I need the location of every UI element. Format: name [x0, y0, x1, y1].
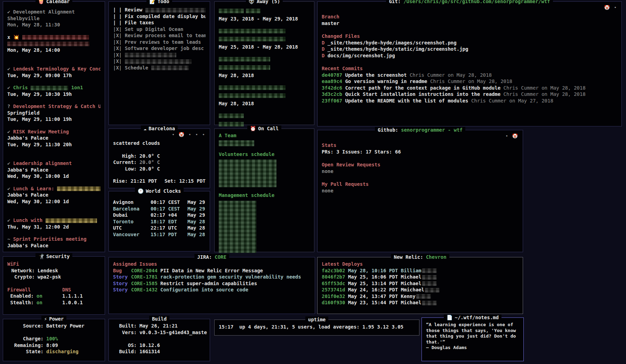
- calendar-event-line: Tue, May 29, 11:30 20h: [7, 141, 101, 148]
- issue-type: Story: [113, 287, 131, 293]
- jira-issue-row[interactable]: BugCORE-2044PII Data in New Relic Error …: [113, 267, 311, 274]
- clock-row: UTC22:17 UTCMay 28: [113, 225, 206, 231]
- deploy-row[interactable]: 201f0e32 May 24, 13:47 PDT Kenny: [322, 293, 519, 300]
- deploy-hash: 65ff53dc: [322, 281, 348, 286]
- sunset: Set: 12:15 PDT: [164, 178, 206, 184]
- todo-title: Todo: [158, 0, 169, 4]
- redacted-text: [416, 294, 431, 299]
- on-call-sections: A TeamVolunteers scheduleManagement sche…: [219, 132, 310, 253]
- on-call-heading: A Team: [219, 132, 310, 139]
- panel-on-call[interactable]: ⏰On Call A TeamVolunteers scheduleManage…: [214, 129, 314, 252]
- todo-item[interactable]: |X| Set up Digital Ocean: [113, 26, 206, 33]
- popcorn-icon: 🍿: [38, 0, 44, 4]
- label-value-row: Enabled:on: [7, 293, 62, 299]
- github-section-heading: My Pull Requests: [322, 181, 519, 188]
- panel-power[interactable]: ⚡Power Source:Battery PowerCharge:100%Re…: [3, 319, 105, 361]
- github-section-heading: Open Review Requests: [322, 162, 519, 168]
- panel-title: New Relic:Chevron: [318, 254, 523, 260]
- deploy-author: Michael: [401, 281, 422, 286]
- power-rows: Source:Battery PowerCharge:100%Remaining…: [7, 323, 101, 355]
- label-value-row: Built:May 26, 21:21: [113, 323, 206, 329]
- panel-calendar[interactable]: 🍿Calendar ✔ Development AlignmentShelbyv…: [3, 1, 105, 252]
- redacted-text: [57, 187, 101, 191]
- row-label: Vers:: [113, 329, 137, 336]
- build-title: Build: [152, 316, 167, 322]
- panel-github[interactable]: Github:senorprogrammer - wtf • 🤡 Stats P…: [317, 130, 523, 252]
- row-label: Network:: [7, 267, 35, 274]
- redacted-text: [422, 275, 437, 280]
- todo-item[interactable]: |X| Review process email to team: [113, 32, 206, 39]
- todo-item[interactable]: |X|: [113, 52, 206, 58]
- jira-issue-row[interactable]: StoryCORE-1585Restrict super-admin capab…: [113, 280, 311, 287]
- row-label: Current:: [113, 159, 137, 166]
- todo-item[interactable]: |X|: [113, 58, 206, 65]
- calendar-events: ✔ Development AlignmentShelbyvilleMon, M…: [7, 5, 101, 249]
- deploy-time: May 28, 10:16 PDT: [348, 268, 401, 273]
- row-value: 8:09: [46, 342, 58, 348]
- todo-item[interactable]: | | File taxes: [113, 19, 206, 26]
- clock-time: 00:17 CEST: [151, 206, 187, 212]
- label-value-row: Build:16G1314: [113, 348, 206, 355]
- calendar-event-line: Tue, May 29, 10:30 19h: [7, 91, 101, 98]
- deploy-row[interactable]: fa2c3b02 May 28, 10:16 PDT Billiam: [322, 267, 519, 274]
- deploy-time: May 24, 13:47 PDT: [348, 293, 401, 299]
- calendar-event: ✔ Lunch & Learn: Jabba's PalaceWed, May …: [7, 185, 101, 205]
- calendar-event-line: ~ Sprint Priorities meeting: [7, 236, 101, 242]
- clock-date: May 29: [187, 199, 205, 205]
- row-label: Low:: [113, 166, 137, 172]
- redacted-text: [31, 86, 68, 90]
- panel-world-clocks[interactable]: 🕐World Clocks Avignon00:17 CESTMay 29Bar…: [109, 191, 210, 251]
- todo-item[interactable]: |X| Schedule: [113, 65, 206, 71]
- deploy-rows: fa2c3b02 May 28, 10:16 PDT Billiam8046f2…: [322, 267, 519, 306]
- deploy-row[interactable]: 65ff53dc May 25, 13:14 PDT Michael: [322, 280, 519, 287]
- row-value: v0.0.3-15-g41ed43_maste: [139, 330, 207, 335]
- todo-item-label: Prev reviews to team leads: [125, 39, 201, 45]
- away-dates: May 28, 2018: [219, 100, 310, 107]
- todo-item-label: Review process email to team: [125, 33, 206, 38]
- panel-build[interactable]: Build Built:May 26, 21:21Vers:v0.0.3-15-…: [109, 319, 210, 361]
- panel-security[interactable]: 🤺Security WiFi Network:LendeskCrypto:wpa…: [3, 256, 105, 315]
- row-value: discharging: [46, 349, 79, 354]
- away-entry: May 28, 2018: [219, 84, 310, 107]
- todo-item[interactable]: | | Review: [113, 7, 206, 13]
- deploy-time: May 24, 16:22 PDT: [348, 287, 401, 292]
- issue-summary: PII Data in New Relic Error Message: [160, 268, 263, 273]
- jira-issue-row[interactable]: StoryCORE-1432Configuration into source …: [113, 287, 311, 293]
- deploy-author: Mmichael: [401, 287, 424, 292]
- changed-file-row: D _site/themes/hyde-hyde/images/screensh…: [322, 40, 617, 46]
- panel-away[interactable]: 👽Away (5) May 23, 2018 - May 29, 2018May…: [214, 1, 314, 125]
- commit-row: 23ff067 Update the README with the list …: [322, 98, 617, 104]
- stats-line: PRs: 3 Issues: 17 Stars: 66: [322, 149, 519, 155]
- panel-weather-barcelona[interactable]: ☁Barcelona • 🤡 • • • scattered clouds Hi…: [109, 129, 210, 188]
- world-clocks-title: World Clocks: [146, 188, 181, 194]
- panel-uptime[interactable]: uptime 15:17 up 4 days, 21:31, 5 users, …: [214, 320, 419, 336]
- calendar-event-line: ✔ Leadership alignment: [7, 160, 101, 167]
- row-label: Crypto:: [7, 274, 35, 280]
- away-list: May 23, 2018 - May 29, 2018May 25, 2018 …: [219, 5, 310, 135]
- deploy-row[interactable]: 8046f2b7 May 25, 16:06 PDT Michael: [322, 274, 519, 280]
- panel-new-relic[interactable]: New Relic:Chevron Latest Deploys fa2c3b0…: [317, 257, 523, 314]
- panel-todo[interactable]: 📝Todo | | Review | | Fix compiled date d…: [109, 1, 210, 125]
- latest-deploys-heading: Latest Deploys: [322, 261, 519, 267]
- panel-jira[interactable]: JIRA:CORE Assigned Issues BugCORE-2044PI…: [109, 257, 315, 314]
- deploy-row[interactable]: 2573741d May 24, 16:22 PDT Mmichael: [322, 287, 519, 293]
- weather-temps: High:20.0° CCurrent:20.0° CLow:20.0° C: [113, 153, 206, 172]
- panel-git[interactable]: Git:/Users/chris/go/src/github.com/senor…: [317, 1, 622, 126]
- row-label: Stealth:: [7, 299, 34, 306]
- todo-item[interactable]: |X| Prev reviews to team leads: [113, 39, 206, 46]
- calendar-event: ✔ Lunch with Thu, May 31, 12:00 2d: [7, 217, 101, 230]
- clock-icon: 🕐: [138, 188, 144, 194]
- deploy-hash: 8046f2b7: [322, 274, 348, 280]
- github-section: Open Review Requestsnone: [322, 162, 519, 174]
- redacted-name: [219, 29, 286, 33]
- todo-item[interactable]: | | Fix compiled date display bug: [113, 13, 206, 20]
- redacted-name: [219, 65, 270, 70]
- jira-issue-row[interactable]: StoryCORE-1781rack-protection gem securi…: [113, 274, 311, 280]
- deploy-row[interactable]: d160f930 May 23, 15:44 PDT Michael: [322, 299, 519, 306]
- changed-file-row: D _site/themes/hyde-hyde/static/img/scre…: [322, 46, 617, 52]
- label-value-row: Current:20.0° C: [113, 159, 206, 166]
- panel-notes[interactable]: 📄~/.wtf/notes.md “A learning experience …: [422, 317, 524, 361]
- unchecked-checkbox: | |: [113, 20, 125, 25]
- todo-item[interactable]: |X| Software developer job desc: [113, 45, 206, 52]
- deploy-author: Michael: [401, 274, 422, 280]
